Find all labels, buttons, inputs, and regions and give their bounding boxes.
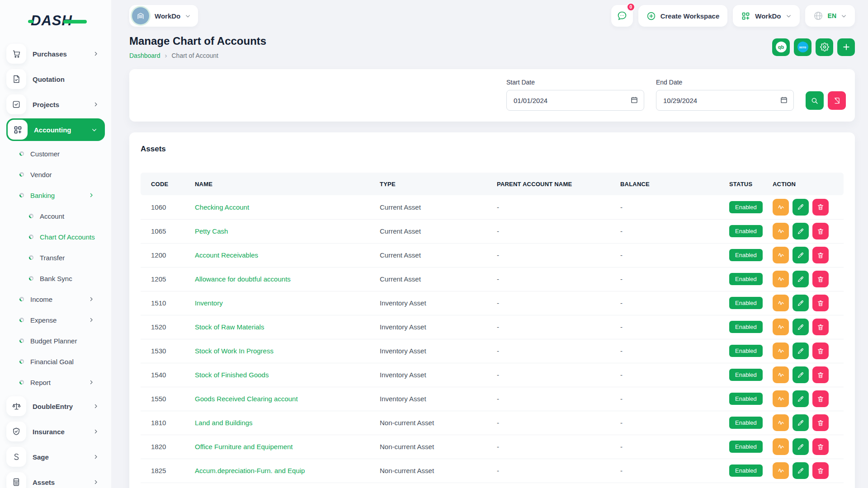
activity-button[interactable] <box>773 319 789 335</box>
messages-button[interactable]: 0 <box>611 5 633 27</box>
status-badge[interactable]: Enabled <box>729 465 763 477</box>
delete-button[interactable] <box>812 343 829 359</box>
page-header: Manage Chart of Accounts Dashboard › Cha… <box>129 35 855 59</box>
status-badge[interactable]: Enabled <box>729 321 763 333</box>
sidebar-item-banking[interactable]: Banking <box>0 185 105 205</box>
delete-button[interactable] <box>812 438 829 455</box>
status-badge[interactable]: Enabled <box>729 225 763 237</box>
account-name-link[interactable]: Stock of Raw Materials <box>195 323 264 331</box>
delete-button[interactable] <box>812 414 829 431</box>
language-selector[interactable]: EN <box>805 5 855 27</box>
account-name-link[interactable]: Inventory <box>195 299 223 307</box>
sidebar-item-quotation[interactable]: Quotation <box>6 68 105 90</box>
activity-button[interactable] <box>773 199 789 216</box>
sidebar-item-customer[interactable]: Customer <box>0 144 105 164</box>
sidebar-item-expense[interactable]: Expense <box>0 310 105 330</box>
sidebar-item-doubleentry[interactable]: DoubleEntry <box>6 395 105 418</box>
edit-button[interactable] <box>793 319 809 335</box>
add-account-button[interactable] <box>837 38 855 56</box>
status-badge[interactable]: Enabled <box>729 249 763 261</box>
edit-button[interactable] <box>793 223 809 239</box>
sidebar-item-purchases[interactable]: Purchases <box>6 42 105 65</box>
sidebar-item-assets[interactable]: Assets <box>6 471 105 488</box>
edit-button[interactable] <box>793 247 809 263</box>
status-badge[interactable]: Enabled <box>729 297 763 309</box>
edit-button[interactable] <box>793 462 809 479</box>
edit-button[interactable] <box>793 343 809 359</box>
reset-filter-button[interactable] <box>828 91 846 110</box>
sidebar-item-financial-goal[interactable]: Financial Goal <box>0 352 105 371</box>
account-code: 1825 <box>141 459 195 483</box>
sidebar-item-projects[interactable]: Projects <box>6 93 105 116</box>
account-name-link[interactable]: Checking Account <box>195 203 249 211</box>
delete-button[interactable] <box>812 247 829 263</box>
delete-button[interactable] <box>812 390 829 407</box>
account-name-link[interactable]: Goods Received Clearing account <box>195 395 298 403</box>
status-badge[interactable]: Enabled <box>729 345 763 357</box>
activity-button[interactable] <box>773 271 789 287</box>
status-badge[interactable]: Enabled <box>729 273 763 285</box>
delete-button[interactable] <box>812 462 829 479</box>
account-name-link[interactable]: Petty Cash <box>195 227 228 235</box>
sidebar-item-vendor[interactable]: Vendor <box>0 164 105 184</box>
sidebar-item-sage[interactable]: Sage <box>6 446 105 468</box>
workdo-apps-menu[interactable]: WorkDo <box>733 5 799 27</box>
sidebar-item-account[interactable]: Account <box>0 206 105 226</box>
account-name-link[interactable]: Stock of Work In Progress <box>195 347 274 355</box>
status-badge[interactable]: Enabled <box>729 393 763 405</box>
activity-button[interactable] <box>773 462 789 479</box>
account-name-link[interactable]: Land and Buildings <box>195 419 253 427</box>
breadcrumb-dashboard-link[interactable]: Dashboard <box>129 52 160 59</box>
delete-button[interactable] <box>812 223 829 239</box>
account-name-link[interactable]: Account Receivables <box>195 251 258 259</box>
account-name-link[interactable]: Office Furniture and Equipement <box>195 443 293 450</box>
status-badge[interactable]: Enabled <box>729 201 763 213</box>
sidebar-item-transfer[interactable]: Transfer <box>0 248 105 267</box>
edit-button[interactable] <box>793 414 809 431</box>
account-name-link[interactable]: Accum.depreciation-Furn. and Equip <box>195 467 305 474</box>
sidebar-item-accounting[interactable]: Accounting <box>6 118 105 141</box>
xero-button[interactable]: xero <box>794 38 811 56</box>
edit-button[interactable] <box>793 295 809 311</box>
delete-button[interactable] <box>812 271 829 287</box>
activity-button[interactable] <box>773 295 789 311</box>
delete-button[interactable] <box>812 366 829 383</box>
account-name-link[interactable]: Allowance for doubtful accounts <box>195 275 291 283</box>
delete-button[interactable] <box>812 199 829 216</box>
start-date-input[interactable] <box>506 90 644 111</box>
activity-button[interactable] <box>773 343 789 359</box>
apply-filter-button[interactable] <box>806 91 824 110</box>
edit-button[interactable] <box>793 199 809 216</box>
edit-button[interactable] <box>793 438 809 455</box>
end-date-input[interactable] <box>656 90 794 111</box>
activity-button[interactable] <box>773 366 789 383</box>
edit-button[interactable] <box>793 271 809 287</box>
activity-button[interactable] <box>773 438 789 455</box>
edit-button[interactable] <box>793 366 809 383</box>
edit-button[interactable] <box>793 390 809 407</box>
quickbooks-button[interactable]: qb <box>772 38 790 56</box>
sidebar-item-insurance[interactable]: Insurance <box>6 420 105 443</box>
sidebar-item-budget-planner[interactable]: Budget Planner <box>0 331 105 351</box>
delete-button[interactable] <box>812 319 829 335</box>
sidebar-item-bank-sync[interactable]: Bank Sync <box>0 268 105 288</box>
status-badge[interactable]: Enabled <box>729 441 763 453</box>
table-row: 1520Stock of Raw MaterialsInventory Asse… <box>141 315 844 339</box>
workspace-switcher[interactable]: WorkDo <box>129 5 198 27</box>
create-workspace-button[interactable]: Create Workspace <box>638 5 728 27</box>
main-area: WorkDo 0 Create Workspace WorkDo <box>111 0 868 488</box>
activity-button[interactable] <box>773 223 789 239</box>
delete-button[interactable] <box>812 295 829 311</box>
sidebar-item-report[interactable]: Report <box>0 372 105 392</box>
column-header-type: TYPE <box>380 173 497 195</box>
settings-button[interactable] <box>816 38 833 56</box>
activity-button[interactable] <box>773 247 789 263</box>
account-name-link[interactable]: Stock of Finished Goods <box>195 371 269 379</box>
status-badge[interactable]: Enabled <box>729 417 763 429</box>
activity-button[interactable] <box>773 390 789 407</box>
status-badge[interactable]: Enabled <box>729 369 763 381</box>
dash-logo[interactable]: DASH <box>0 9 111 40</box>
sidebar-item-chart-of-accounts[interactable]: Chart Of Accounts <box>0 227 105 247</box>
activity-button[interactable] <box>773 414 789 431</box>
sidebar-item-income[interactable]: Income <box>0 289 105 309</box>
